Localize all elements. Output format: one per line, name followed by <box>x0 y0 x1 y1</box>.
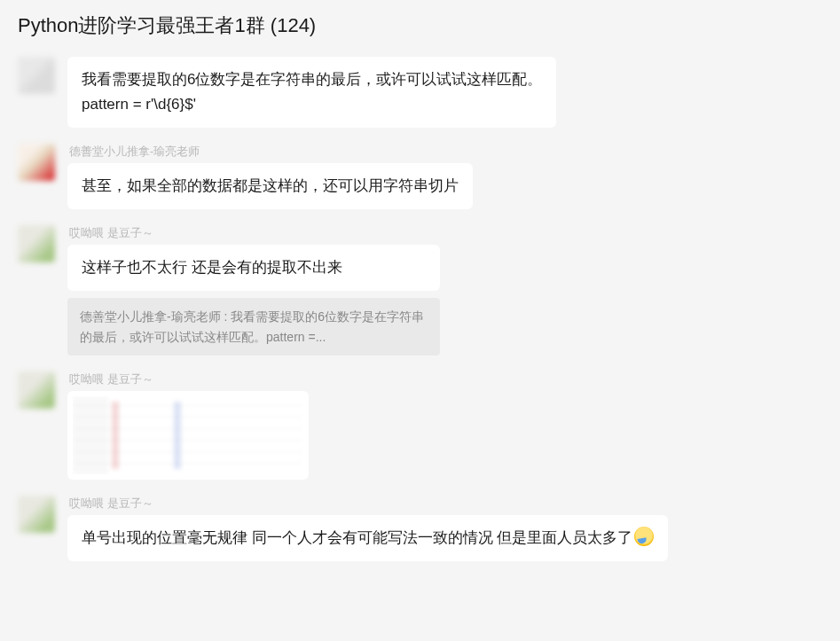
message-bubble[interactable]: 我看需要提取的6位数字是在字符串的最后，或许可以试试这样匹配。 pattern … <box>67 57 556 128</box>
message-bubble[interactable]: 甚至，如果全部的数据都是这样的，还可以用字符串切片 <box>67 163 473 209</box>
message-row: 哎呦喂 是豆子～ 这样子也不太行 还是会有的提取不出来 德善堂小儿推拿-瑜亮老师… <box>18 225 822 356</box>
sender-name: 哎呦喂 是豆子～ <box>67 371 309 387</box>
smirk-sweat-emoji-icon <box>634 527 654 546</box>
message-row: 我看需要提取的6位数字是在字符串的最后，或许可以试试这样匹配。 pattern … <box>18 57 822 128</box>
message-bubble[interactable]: 这样子也不太行 还是会有的提取不出来 <box>67 245 440 291</box>
message-row: 哎呦喂 是豆子～ <box>18 371 822 480</box>
avatar[interactable] <box>18 57 55 94</box>
sender-name: 哎呦喂 是豆子～ <box>67 496 668 512</box>
message-row: 德善堂小儿推拿-瑜亮老师 甚至，如果全部的数据都是这样的，还可以用字符串切片 <box>18 144 822 209</box>
message-text: 单号出现的位置毫无规律 同一个人才会有可能写法一致的情况 但是里面人员太多了 <box>82 529 632 546</box>
avatar[interactable] <box>18 496 55 533</box>
avatar[interactable] <box>18 225 55 262</box>
chat-title: Python进阶学习最强王者1群 (124) <box>0 0 840 48</box>
message-bubble[interactable]: 单号出现的位置毫无规律 同一个人才会有可能写法一致的情况 但是里面人员太多了 <box>67 515 668 561</box>
image-message[interactable] <box>67 391 309 480</box>
sender-name: 德善堂小儿推拿-瑜亮老师 <box>67 144 473 160</box>
screenshot-thumbnail <box>73 396 303 474</box>
quote-reference[interactable]: 德善堂小儿推拿-瑜亮老师 : 我看需要提取的6位数字是在字符串的最后，或许可以试… <box>67 298 440 356</box>
message-row: 哎呦喂 是豆子～ 单号出现的位置毫无规律 同一个人才会有可能写法一致的情况 但是… <box>18 496 822 561</box>
avatar[interactable] <box>18 144 55 181</box>
sender-name: 哎呦喂 是豆子～ <box>67 225 440 241</box>
avatar[interactable] <box>18 371 55 409</box>
chat-area: 我看需要提取的6位数字是在字符串的最后，或许可以试试这样匹配。 pattern … <box>0 48 840 561</box>
